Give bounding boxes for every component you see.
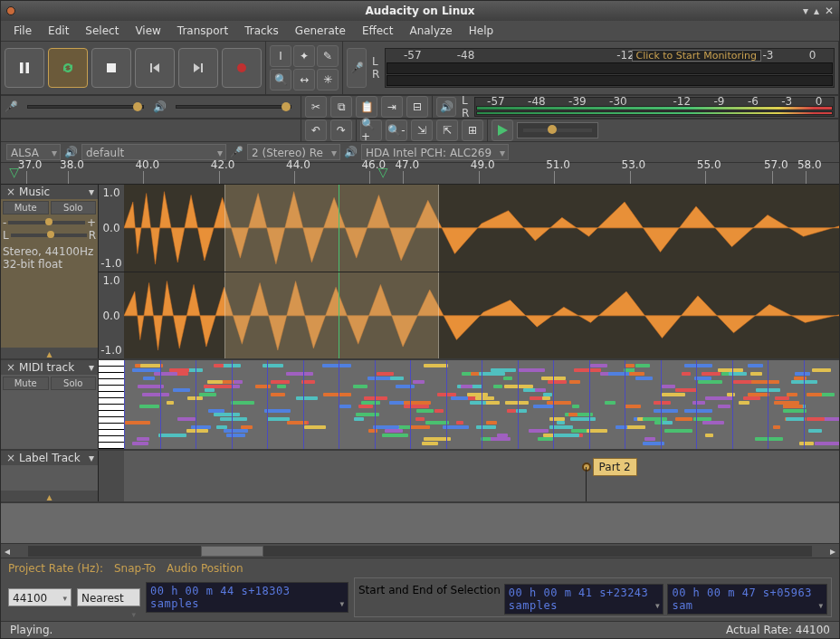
midi-note[interactable]	[675, 388, 697, 392]
midi-note[interactable]	[684, 364, 712, 367]
menu-help[interactable]: Help	[462, 23, 501, 39]
midi-note[interactable]	[231, 401, 254, 405]
midi-note[interactable]	[467, 393, 488, 396]
midi-note[interactable]	[287, 421, 307, 424]
midi-note[interactable]	[169, 368, 189, 372]
record-volume-slider[interactable]	[22, 99, 149, 115]
midi-note[interactable]	[410, 425, 430, 429]
pause-button[interactable]	[5, 48, 44, 88]
midi-note[interactable]	[358, 405, 373, 408]
midi-note[interactable]	[479, 372, 506, 376]
midi-note[interactable]	[799, 442, 814, 445]
midi-note[interactable]	[530, 396, 541, 400]
track-collapse-button[interactable]: ▴	[1, 491, 98, 501]
midi-note[interactable]	[489, 437, 511, 441]
midi-note[interactable]	[255, 385, 271, 388]
label-track-panel[interactable]: × Label Track ▾ ▴	[1, 451, 99, 501]
midi-note[interactable]	[629, 372, 644, 376]
menu-tracks[interactable]: Tracks	[237, 23, 286, 39]
play-at-speed-button[interactable]	[492, 119, 513, 141]
midi-note[interactable]	[353, 385, 367, 388]
midi-note[interactable]	[271, 393, 285, 396]
midi-note[interactable]	[373, 425, 398, 429]
midi-note[interactable]	[786, 417, 805, 421]
midi-note[interactable]	[808, 429, 822, 433]
midi-note[interactable]	[557, 421, 566, 424]
midi-note[interactable]	[662, 393, 685, 396]
record-meter[interactable]: -57 -48 -12 -9 -6 -3 0 Click to Start Mo…	[385, 48, 835, 88]
midi-note[interactable]	[196, 429, 208, 433]
midi-note[interactable]	[662, 385, 674, 388]
midi-note[interactable]	[702, 372, 721, 376]
midi-note[interactable]	[456, 421, 463, 424]
menu-edit[interactable]: Edit	[41, 23, 76, 39]
midi-note[interactable]	[794, 377, 807, 380]
midi-note[interactable]	[214, 413, 241, 416]
midi-note[interactable]	[533, 405, 553, 408]
zoom-toggle-button[interactable]: ⊞	[462, 119, 483, 141]
piano-roll-keys[interactable]	[99, 360, 124, 449]
midi-note[interactable]	[125, 421, 150, 424]
midi-note[interactable]	[476, 425, 496, 429]
midi-note[interactable]	[549, 417, 565, 421]
midi-notes-area[interactable]	[124, 360, 839, 449]
midi-note[interactable]	[323, 393, 351, 396]
midi-note[interactable]	[504, 385, 532, 388]
midi-note[interactable]	[356, 413, 379, 416]
midi-note[interactable]	[787, 393, 797, 396]
click-to-monitor[interactable]: Click to Start Monitoring	[632, 50, 761, 62]
midi-note[interactable]	[154, 372, 177, 376]
track-menu-button[interactable]: ▾	[87, 186, 96, 198]
midi-note[interactable]	[475, 396, 494, 400]
midi-note[interactable]	[451, 396, 468, 400]
snap-to-combo[interactable]: Nearest	[77, 588, 140, 606]
selection-start-field[interactable]: 00 h 00 m 41 s+23243 samples	[504, 584, 664, 615]
midi-note[interactable]	[137, 437, 150, 441]
timeshift-tool[interactable]: ↔	[293, 69, 315, 91]
midi-note[interactable]	[191, 425, 211, 429]
midi-note[interactable]	[158, 434, 186, 437]
midi-note[interactable]	[177, 417, 195, 421]
midi-note[interactable]	[705, 396, 733, 400]
midi-note[interactable]	[216, 425, 227, 429]
horizontal-scrollbar[interactable]: ◂ ▸	[1, 543, 839, 558]
play-meter[interactable]: -57 -48 -39 -30 -12 -9 -6 -3 0	[474, 97, 835, 117]
midi-note[interactable]	[199, 393, 216, 396]
midi-note[interactable]	[486, 421, 497, 424]
midi-note[interactable]	[748, 393, 769, 396]
label-text[interactable]: Part 2	[593, 458, 637, 476]
zoom-tool[interactable]: 🔍	[270, 69, 291, 91]
midi-note[interactable]	[644, 437, 654, 441]
cut-button[interactable]: ✂	[305, 96, 327, 118]
menu-analyze[interactable]: Analyze	[402, 23, 459, 39]
mute-button[interactable]: Mute	[3, 201, 49, 215]
midi-note[interactable]	[503, 377, 512, 380]
midi-note[interactable]	[208, 409, 224, 413]
midi-note[interactable]	[497, 434, 508, 437]
midi-note[interactable]	[773, 425, 780, 429]
trim-button[interactable]: ⇥	[381, 96, 403, 118]
midi-note[interactable]	[774, 401, 799, 405]
midi-note[interactable]	[807, 417, 825, 421]
midi-note[interactable]	[529, 429, 549, 433]
selection-region[interactable]	[224, 185, 439, 272]
scroll-left-icon[interactable]: ◂	[1, 545, 14, 558]
playback-speed-slider[interactable]	[517, 122, 598, 138]
midi-note[interactable]	[625, 405, 642, 408]
midi-note[interactable]	[132, 442, 149, 445]
audio-position-field[interactable]: 00 h 00 m 44 s+18303 samples	[146, 582, 348, 613]
midi-note[interactable]	[234, 380, 243, 384]
track-menu-button[interactable]: ▾	[87, 361, 96, 374]
midi-note[interactable]	[739, 401, 749, 405]
mic-icon-button[interactable]: 🎤	[347, 48, 367, 88]
midi-note[interactable]	[664, 429, 692, 433]
skip-start-button[interactable]	[135, 48, 175, 88]
gain-slider[interactable]	[8, 221, 85, 224]
midi-note[interactable]	[553, 434, 579, 437]
zoom-in-button[interactable]: 🔍+	[360, 119, 382, 141]
scroll-thumb[interactable]	[201, 546, 263, 557]
midi-note[interactable]	[815, 442, 839, 445]
midi-note[interactable]	[226, 434, 245, 437]
midi-note[interactable]	[416, 409, 434, 413]
label-pin-icon[interactable]	[582, 463, 591, 472]
